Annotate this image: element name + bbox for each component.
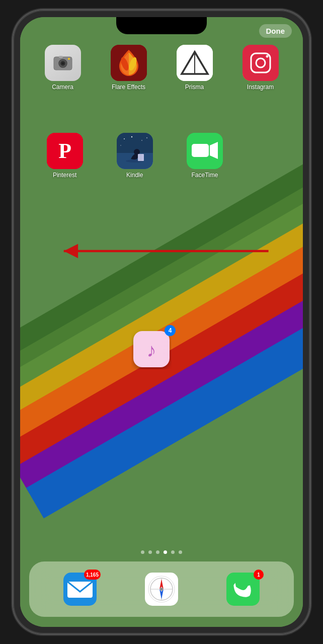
app-icon-pinterest: P <box>47 133 83 169</box>
dragged-app-music[interactable]: 4 ♪ <box>131 329 172 369</box>
app-label-kindle: Kindle <box>126 172 143 179</box>
app-item-flare-effects[interactable]: Flare Effects <box>98 45 159 91</box>
svg-point-32 <box>120 145 121 146</box>
mail-badge: 1,165 <box>84 570 101 580</box>
app-item-kindle[interactable]: Kindle <box>102 133 167 179</box>
app-item-camera[interactable]: Camera <box>32 45 93 91</box>
app-icon-flare <box>111 45 147 81</box>
svg-point-24 <box>266 55 268 58</box>
screen: Done Camera <box>20 17 303 627</box>
app-grid-row1: Camera Flare Effects <box>32 45 291 91</box>
arrow-container <box>35 238 283 264</box>
page-dot-3 <box>164 550 167 554</box>
svg-marker-42 <box>64 244 78 258</box>
app-grid-row2: P Pinterest <box>32 133 237 179</box>
wallpaper <box>20 17 303 627</box>
svg-point-28 <box>124 138 125 139</box>
page-dot-0 <box>141 550 144 554</box>
app-item-facetime[interactable]: FaceTime <box>172 133 237 179</box>
dock-item-phone[interactable]: 1 <box>226 573 260 606</box>
notch <box>116 17 207 34</box>
svg-point-30 <box>141 140 142 141</box>
dock-item-safari[interactable] <box>145 573 178 606</box>
page-dot-1 <box>148 550 152 554</box>
dock: 1,165 <box>29 561 294 617</box>
done-button[interactable]: Done <box>259 24 292 38</box>
app-icon-prisma <box>177 45 213 81</box>
app-item-instagram[interactable]: Instagram <box>230 45 291 91</box>
app-icon-instagram <box>243 45 279 81</box>
phone-badge: 1 <box>254 570 264 580</box>
page-dot-5 <box>179 550 182 554</box>
dock-item-mail[interactable]: 1,165 <box>63 573 97 606</box>
app-item-prisma[interactable]: Prisma <box>164 45 225 91</box>
page-dots <box>20 550 303 554</box>
app-label-flare: Flare Effects <box>112 84 145 91</box>
app-item-pinterest[interactable]: P Pinterest <box>32 133 97 179</box>
app-label-pinterest: Pinterest <box>53 172 76 179</box>
app-label-facetime: FaceTime <box>191 172 218 179</box>
music-badge: 4 <box>165 325 176 336</box>
app-label-instagram: Instagram <box>247 84 274 91</box>
page-dot-4 <box>171 550 175 554</box>
app-icon-kindle <box>117 133 153 169</box>
svg-point-31 <box>146 137 147 138</box>
svg-text:P: P <box>58 139 71 163</box>
app-icon-facetime <box>187 133 223 169</box>
app-label-prisma: Prisma <box>185 84 204 91</box>
page-dot-2 <box>156 550 159 554</box>
svg-point-14 <box>68 58 70 60</box>
app-label-camera: Camera <box>52 84 73 91</box>
app-icon-camera <box>45 45 81 81</box>
svg-rect-13 <box>59 56 63 58</box>
svg-rect-39 <box>192 144 209 157</box>
svg-rect-21 <box>243 45 279 81</box>
svg-point-55 <box>160 588 163 591</box>
svg-point-29 <box>131 136 132 137</box>
svg-text:♪: ♪ <box>147 340 156 361</box>
svg-point-12 <box>61 62 64 65</box>
phone-frame: Done Camera <box>13 10 310 634</box>
